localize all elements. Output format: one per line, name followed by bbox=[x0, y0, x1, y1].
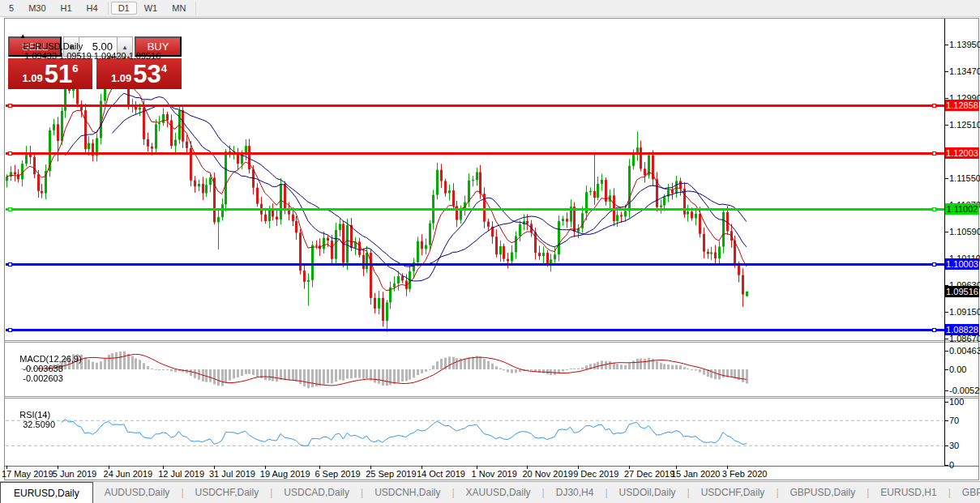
macd-signal-value: -0.002603 bbox=[23, 373, 63, 383]
level-line-1.08828[interactable] bbox=[6, 329, 944, 331]
price-axis-tick-label: 1.11550 bbox=[949, 173, 980, 183]
date-axis-label: 9 Dec 2019 bbox=[573, 469, 618, 479]
sell-price-prefix: 1.09 bbox=[22, 72, 42, 84]
date-axis-label: 20 Nov 2019 bbox=[522, 469, 572, 479]
macd-label-row: MACD(12,26,9) -0.003638 -0.002603 bbox=[10, 344, 82, 393]
level-line-handle[interactable] bbox=[932, 151, 936, 156]
level-line-1.10003[interactable] bbox=[6, 263, 944, 266]
date-axis-label: 3 Feb 2020 bbox=[722, 469, 768, 479]
level-price-label: 1.08828 bbox=[945, 324, 979, 335]
level-line-handle[interactable] bbox=[8, 328, 12, 332]
date-axis-label: 31 Jul 2019 bbox=[209, 469, 255, 479]
macd-axis-tick bbox=[944, 369, 948, 370]
timeframe-toolbar: 5M30H1H4D1W1MN bbox=[0, 0, 980, 17]
level-line-1.12858[interactable] bbox=[6, 104, 944, 107]
buy-price-pip: 4 bbox=[161, 62, 167, 75]
price-axis-tick-label: 1.13950 bbox=[949, 40, 980, 49]
chart-tab-xauusd-daily[interactable]: XAUUSD,Daily bbox=[455, 482, 542, 503]
price-axis-border bbox=[944, 19, 945, 466]
date-axis-label: 14 Oct 2019 bbox=[417, 469, 465, 479]
collapse-chart-icon[interactable]: ▲ bbox=[19, 32, 26, 40]
chart-tab-gbpaud-h1[interactable]: GBPAUD,H1 bbox=[951, 482, 980, 503]
macd-main-value: -0.003638 bbox=[23, 364, 63, 373]
macd-axis-tick bbox=[944, 390, 948, 391]
timeframe-button-h1[interactable]: H1 bbox=[53, 2, 79, 15]
timeframe-button-5[interactable]: 5 bbox=[2, 2, 21, 15]
level-line-handle[interactable] bbox=[932, 207, 936, 211]
buy-price-prefix: 1.09 bbox=[111, 72, 131, 84]
toolbar-separator bbox=[108, 2, 109, 15]
rsi-value: 32.5090 bbox=[23, 420, 55, 429]
date-axis-label: 6 Sep 2019 bbox=[315, 469, 360, 479]
price-axis-tick bbox=[944, 98, 948, 99]
date-axis-label: 25 Sep 2019 bbox=[366, 469, 416, 479]
chart-tab-usdchf-daily[interactable]: USDCHF,Daily bbox=[690, 482, 777, 503]
rsi-label-row: RSI(14) 32.5090 bbox=[10, 400, 55, 439]
date-axis-label: 5 Jun 2019 bbox=[53, 469, 96, 479]
rsi-axis-tick bbox=[944, 465, 948, 466]
level-price-label: 1.12858 bbox=[945, 100, 979, 111]
price-axis-tick bbox=[944, 339, 948, 339]
level-line-handle[interactable] bbox=[932, 104, 936, 108]
rsi-axis-tick-label: 100 bbox=[949, 397, 964, 407]
timeframe-button-h4[interactable]: H4 bbox=[79, 2, 105, 15]
macd-indicator-canvas[interactable] bbox=[6, 343, 944, 396]
price-axis-tick-label: 1.10590 bbox=[949, 227, 980, 237]
chart-title: EURUSD,Daily bbox=[23, 41, 83, 51]
date-axis-separator bbox=[4, 466, 979, 467]
chart-tab-audusd-daily[interactable]: AUDUSD,Daily bbox=[93, 482, 182, 503]
price-axis-tick bbox=[944, 178, 948, 179]
level-line-handle[interactable] bbox=[932, 262, 936, 266]
level-line-handle[interactable] bbox=[932, 328, 936, 332]
chart-title-row: ▲ EURUSD,Daily 1.09433 1.09519 1.09420 1… bbox=[10, 22, 160, 70]
timeframe-button-w1[interactable]: W1 bbox=[137, 2, 165, 15]
chart-tab-usdcad-daily[interactable]: USDCAD,Daily bbox=[272, 482, 361, 503]
level-line-1.12003[interactable] bbox=[6, 152, 944, 155]
level-line-handle[interactable] bbox=[8, 262, 12, 266]
price-axis-tick bbox=[944, 125, 948, 126]
rsi-indicator-label: RSI(14) bbox=[19, 410, 50, 420]
chart-tab-eurusd-h1[interactable]: EURUSD,H1 bbox=[869, 482, 948, 503]
rsi-axis-tick-label: 70 bbox=[949, 416, 959, 425]
macd-axis-tick-label: -0.005299 bbox=[949, 386, 980, 395]
price-axis-tick-label: 1.13470 bbox=[949, 66, 980, 76]
date-axis-label: 27 Dec 2019 bbox=[624, 469, 674, 479]
price-axis-tick bbox=[944, 312, 948, 313]
price-axis-tick bbox=[944, 71, 948, 72]
pane-splitter bbox=[4, 342, 979, 343]
chart-tab-eurusd-daily[interactable]: EURUSD,Daily bbox=[0, 482, 93, 503]
rsi-indicator-canvas[interactable] bbox=[6, 399, 944, 466]
level-line-1.11002[interactable] bbox=[6, 208, 944, 211]
level-line-handle[interactable] bbox=[8, 207, 12, 211]
rsi-axis-tick-label: 30 bbox=[949, 441, 959, 450]
date-axis-label: 12 Jul 2019 bbox=[158, 469, 204, 479]
date-axis-label: 1 Nov 2019 bbox=[472, 469, 517, 479]
price-axis-tick-label: 1.12510 bbox=[949, 120, 980, 130]
date-axis-label: 19 Aug 2019 bbox=[260, 469, 310, 479]
price-axis-tick bbox=[944, 45, 948, 45]
level-price-label: 1.12003 bbox=[945, 147, 979, 159]
rsi-axis-tick bbox=[944, 420, 948, 421]
level-line-handle[interactable] bbox=[8, 104, 12, 108]
chart-tab-dj30-h4[interactable]: DJ30,H4 bbox=[545, 482, 606, 503]
pane-splitter[interactable] bbox=[4, 340, 979, 341]
mt4-application: 5M30H1H4D1W1MN ▲ EURUSD,Daily 1.09433 1.… bbox=[0, 0, 980, 503]
chart-ohlc-values: 1.09433 1.09519 1.09420 1.09516 bbox=[24, 51, 160, 61]
rsi-axis-tick bbox=[944, 402, 948, 403]
chart-tab-usdoil-daily[interactable]: USDOil,Daily bbox=[608, 482, 687, 503]
toolbar-separator bbox=[195, 2, 196, 15]
timeframe-button-m30[interactable]: M30 bbox=[21, 2, 53, 15]
chart-tab-gbpusd-daily[interactable]: GBPUSD,Daily bbox=[779, 482, 867, 503]
timeframe-button-d1[interactable]: D1 bbox=[111, 2, 137, 15]
date-axis-label: 17 May 2019 bbox=[2, 469, 53, 479]
level-price-label: 1.11002 bbox=[945, 203, 979, 215]
macd-axis-tick-label: 0.00463 bbox=[949, 346, 980, 356]
chart-tab-usdchf-daily[interactable]: USDCHF,Daily bbox=[184, 482, 271, 503]
level-line-handle[interactable] bbox=[8, 151, 12, 156]
current-price-label: 1.09516 bbox=[945, 286, 979, 297]
rsi-axis-tick bbox=[944, 445, 948, 446]
timeframe-button-mn[interactable]: MN bbox=[165, 2, 193, 15]
chart-tab-usdcnh-daily[interactable]: USDCNH,Daily bbox=[363, 482, 451, 503]
pane-splitter[interactable] bbox=[4, 396, 979, 397]
date-axis-label: 15 Jan 2020 bbox=[671, 469, 721, 479]
